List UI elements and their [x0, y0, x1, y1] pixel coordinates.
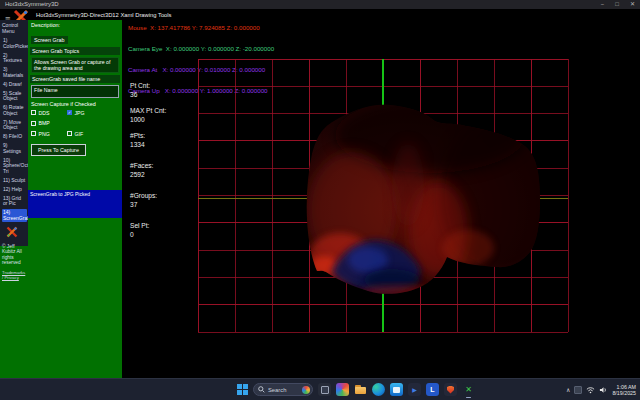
volume-icon[interactable]	[599, 386, 608, 394]
wifi-icon[interactable]	[586, 386, 595, 394]
taskbar: Search ∧ 1:06 AM 8/19/2025	[0, 378, 640, 400]
clock[interactable]: 1:06 AM 8/19/2025	[612, 384, 636, 396]
clock-date: 8/19/2025	[612, 390, 636, 396]
drawing-viewport[interactable]	[0, 0, 640, 400]
media-app-icon[interactable]	[408, 383, 421, 396]
active-app-indicator	[466, 397, 471, 399]
tray-expand-icon[interactable]: ∧	[566, 386, 570, 393]
3d-model[interactable]	[307, 97, 560, 297]
tray-app-icon[interactable]	[574, 386, 582, 394]
start-button-icon[interactable]	[237, 384, 248, 395]
file-explorer-icon[interactable]	[354, 383, 367, 396]
hot3dx-app-icon[interactable]	[462, 383, 475, 396]
search-box[interactable]: Search	[253, 383, 313, 396]
search-label: Search	[268, 387, 286, 393]
task-view-icon[interactable]	[318, 383, 331, 396]
edge-icon[interactable]	[372, 383, 385, 396]
app-window: Hot3dxSymmetry3D − □ ✕ ≡ Hot3dxSymmetry3…	[0, 0, 640, 400]
search-icon	[258, 386, 265, 393]
search-highlights-icon	[302, 386, 310, 394]
security-shield-icon[interactable]	[444, 383, 457, 396]
app-icon-colorful[interactable]	[336, 383, 349, 396]
store-icon[interactable]	[390, 383, 403, 396]
l-app-icon[interactable]	[426, 383, 439, 396]
